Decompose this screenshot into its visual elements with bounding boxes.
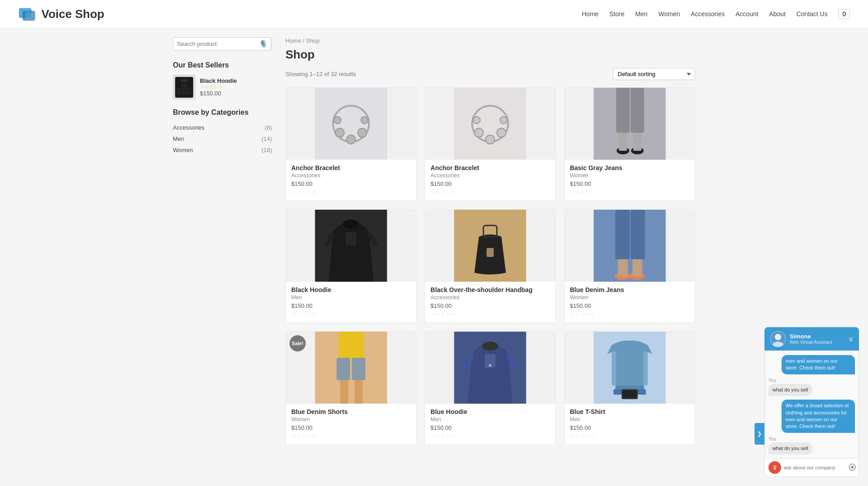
best-seller-item[interactable]: Black Hoodie ☆☆☆☆☆ $150.00 [173,75,272,99]
svg-rect-6 [177,81,181,88]
product-price-5: $150.00 [430,302,550,309]
product-category-6: Women [570,294,689,301]
logo-text: Voice Shop [41,7,104,21]
product-category-8: Men [430,416,550,423]
product-img-8 [425,332,555,404]
main-container: 🎙️ Search Our Best Sellers Black Hoodie … [164,28,704,454]
product-img-7: Sale! [286,332,416,404]
svg-point-14 [334,117,341,124]
category-women[interactable]: Women (18) [173,144,272,156]
product-category-3: Women [570,172,689,179]
category-accessories-label: Accessories [173,124,204,131]
product-stars-9: ☆☆☆☆☆ [570,433,689,439]
product-card-7[interactable]: Sale! Blue Denim Shorts [285,331,416,445]
chat-avatar [770,331,786,347]
sort-select[interactable]: Default sorting Sort by popularity Sort … [613,68,695,80]
product-price-6: $150.00 [570,302,689,309]
sale-badge: Sale! [289,335,306,351]
best-seller-price: $150.00 [200,90,237,97]
bag-img [425,210,555,282]
svg-rect-47 [340,380,348,404]
svg-point-11 [347,135,356,144]
product-card-3[interactable]: Basic Gray Jeans Women $150.00 ☆☆☆☆☆ [564,87,695,201]
svg-rect-8 [315,88,387,160]
breadcrumb-home[interactable]: Home [285,37,301,44]
svg-point-20 [500,117,507,124]
product-card-8[interactable]: Blue Hoodie Men $150.00 ☆☆☆☆☆ [425,331,556,445]
product-price-9: $150.00 [570,424,689,431]
chat-message-3: We offer a broad selection of clothing a… [782,400,855,433]
nav-men[interactable]: Men [635,10,647,18]
category-men[interactable]: Men (14) [173,133,272,144]
product-title-5: Black Over-the-shoulder Handbag [430,286,550,293]
hoodie-thumbnail-icon [175,77,193,98]
product-card-9[interactable]: Blue T-Shirt Men $150.00 ☆☆☆☆☆ [564,331,695,445]
nav-contact[interactable]: Contact Us [796,10,827,18]
svg-rect-44 [339,332,364,359]
product-card-6[interactable]: Blue Denim Jeans Women $150.00 ☆☆☆☆☆ [564,209,695,323]
result-count: Showing 1–12 of 32 results [285,71,356,77]
svg-rect-35 [489,250,491,255]
product-price-2: $150.00 [430,180,550,187]
anchor-bracelet-img-2 [425,88,555,160]
best-seller-info: Black Hoodie ☆☆☆☆☆ $150.00 [200,77,237,97]
category-accessories[interactable]: Accessories (8) [173,122,272,133]
product-category-1: Accessories [291,172,411,179]
search-button[interactable]: Search [271,38,272,50]
mic-icon[interactable]: 🎙️ [256,38,271,50]
chat-agent-name: Simone [790,333,845,340]
svg-rect-23 [616,88,629,133]
logo-icon [18,4,37,23]
nav-store[interactable]: Store [610,10,624,18]
product-category-4: Men [291,294,411,301]
product-card-1[interactable]: Anchor Bracelet Accessories $150.00 ☆☆☆☆… [285,87,416,201]
chat-body: men and women on our store. Check them o… [764,351,859,454]
svg-point-10 [335,128,344,137]
logo-link[interactable]: Voice Shop [18,4,104,23]
nav-home[interactable]: Home [582,10,598,18]
best-seller-img [173,75,195,99]
product-card-2[interactable]: Anchor Bracelet Accessories $150.00 ☆☆☆☆… [425,87,556,201]
categories-title: Browse by Categories [173,108,272,117]
cart-button[interactable]: 0 [838,9,850,19]
category-women-count: (18) [262,147,272,153]
best-seller-name: Black Hoodie [200,77,237,84]
chat-message-4: You what do you sell [769,436,812,454]
product-title-8: Blue Hoodie [430,408,550,415]
svg-rect-41 [618,259,628,276]
page-title: Shop [285,48,695,62]
product-img-6 [565,210,695,282]
svg-rect-38 [630,210,645,259]
anchor-bracelet-img-1 [286,88,416,160]
product-stars-8: ☆☆☆☆☆ [430,433,550,439]
chat-minimize-button[interactable]: ∨ [848,335,854,343]
product-category-2: Accessories [430,172,550,179]
product-title-6: Blue Denim Jeans [570,286,689,293]
chat-expand-tab[interactable]: ❯ [755,423,764,445]
svg-rect-42 [632,259,642,276]
nav-women[interactable]: Women [658,10,680,18]
product-card-5[interactable]: Black Over-the-shoulder Handbag Accessor… [425,209,556,323]
search-input[interactable] [173,38,256,50]
product-grid: Anchor Bracelet Accessories $150.00 ☆☆☆☆… [285,87,695,445]
product-info-4: Black Hoodie Men $150.00 ☆☆☆☆☆ [286,282,416,323]
nav-account[interactable]: Account [736,10,759,18]
nav-about[interactable]: About [769,10,786,18]
product-title-4: Black Hoodie [291,286,411,293]
chat-message-2: You what do you sell [769,378,812,396]
black-hoodie-img [286,210,416,282]
svg-point-30 [343,220,359,229]
chat-header-info: Simone Web Virtual Assistant [790,333,845,345]
product-info-1: Anchor Bracelet Accessories $150.00 ☆☆☆☆… [286,160,416,201]
categories-section: Browse by Categories Accessories (8) Men… [173,108,272,156]
chat-user-label-4: You [769,436,812,441]
svg-rect-24 [630,88,644,133]
chat-bubble-2: what do you sell [769,384,812,396]
product-title-3: Basic Gray Jeans [570,164,689,171]
nav-accessories[interactable]: Accessories [691,10,724,18]
main-content: Home / Shop Shop Showing 1–12 of 32 resu… [285,37,695,445]
product-card-4[interactable]: Black Hoodie Men $150.00 ☆☆☆☆☆ [285,209,416,323]
breadcrumb-separator: / [303,37,306,44]
product-category-7: Women [291,416,411,423]
product-img-4 [286,210,416,282]
